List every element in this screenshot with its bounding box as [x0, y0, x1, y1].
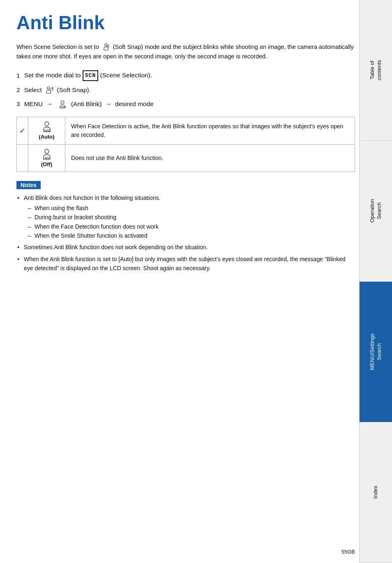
- svg-text:OFF: OFF: [45, 157, 50, 159]
- soft-snap-step-icon: [44, 86, 54, 95]
- list-item: When the Smile Shutter function is activ…: [28, 231, 355, 240]
- svg-point-7: [61, 101, 64, 104]
- list-item: During burst or bracket shooting: [28, 213, 355, 222]
- desc-col-auto: When Face Detection is active, the Anti …: [65, 117, 355, 145]
- sidebar-tab-label: Table ofcontents: [369, 60, 383, 80]
- sidebar-tab-operation-search[interactable]: OperationSearch: [359, 141, 392, 281]
- page-title: Anti Blink: [16, 12, 355, 33]
- list-item: When the Face Detection function does no…: [28, 222, 355, 231]
- svg-point-3: [47, 87, 50, 89]
- notes-label: Notes: [16, 181, 41, 189]
- intro-paragraph: When Scene Selection is set to ● (Soft S…: [16, 42, 355, 61]
- svg-text:●: ●: [107, 45, 108, 47]
- steps-section: 1 Set the mode dial to SCN (Scene Select…: [16, 70, 355, 109]
- sidebar-tab-table-of-contents[interactable]: Table ofcontents: [359, 0, 392, 141]
- arrow-icon-1: →: [46, 99, 53, 109]
- notes-section: Notes Anti Blink does not function in th…: [16, 181, 355, 273]
- list-item: When the Anti Blink function is set to […: [16, 255, 355, 273]
- page-number: 55GB: [341, 549, 355, 555]
- table-row: ✓ AUTO (Auto) When Face Detection is act…: [17, 117, 355, 145]
- desc-col-off: Does not use the Anti Blink function.: [65, 144, 355, 172]
- icon-col-off: OFF (Off): [28, 144, 65, 172]
- scn-badge: SCN: [83, 70, 98, 81]
- sidebar-tab-menu-settings-search[interactable]: MENU/SettingsSearch: [359, 282, 392, 422]
- list-item: Anti Blink does not function in the foll…: [16, 193, 355, 240]
- list-item: When using the flash: [28, 204, 355, 213]
- sidebar-tab-label: Index: [372, 486, 379, 499]
- main-content: Anti Blink When Scene Selection is set t…: [16, 0, 355, 300]
- step-3: 3 MENU → AUTO (Anti Blink) → desired mod…: [16, 99, 355, 109]
- step-1: 1 Set the mode dial to SCN (Scene Select…: [16, 70, 355, 81]
- svg-point-4: [51, 88, 53, 90]
- svg-point-11: [45, 149, 49, 153]
- list-item: Sometimes Anti Blink function does not w…: [16, 243, 355, 252]
- svg-text:AUTO: AUTO: [61, 106, 66, 108]
- check-mark: ✓: [19, 127, 25, 135]
- check-col-auto: ✓: [17, 117, 28, 145]
- check-col-off: [17, 144, 28, 172]
- step-2: 2 Select (Soft Snap).: [16, 85, 355, 95]
- icon-col-auto: AUTO (Auto): [28, 117, 65, 145]
- soft-snap-intro-icon: ●: [101, 43, 111, 52]
- svg-point-9: [45, 122, 49, 126]
- table-row: OFF (Off) Does not use the Anti Blink fu…: [17, 144, 355, 172]
- notes-list: Anti Blink does not function in the foll…: [16, 193, 355, 273]
- svg-text:AUTO: AUTO: [44, 129, 50, 132]
- sidebar-tab-index[interactable]: Index: [359, 422, 392, 563]
- arrow-icon-2: →: [105, 99, 112, 109]
- anti-blink-icon: AUTO: [57, 100, 68, 109]
- sidebar-tab-label: OperationSearch: [369, 199, 383, 222]
- off-label: (Off): [41, 160, 52, 169]
- notes-sublist: When using the flash During burst or bra…: [28, 204, 355, 241]
- right-sidebar: Table ofcontents OperationSearch MENU/Se…: [359, 0, 392, 563]
- auto-label: (Auto): [39, 133, 54, 141]
- sidebar-tab-label: MENU/SettingsSearch: [369, 334, 383, 370]
- options-table: ✓ AUTO (Auto) When Face Detection is act…: [16, 117, 355, 172]
